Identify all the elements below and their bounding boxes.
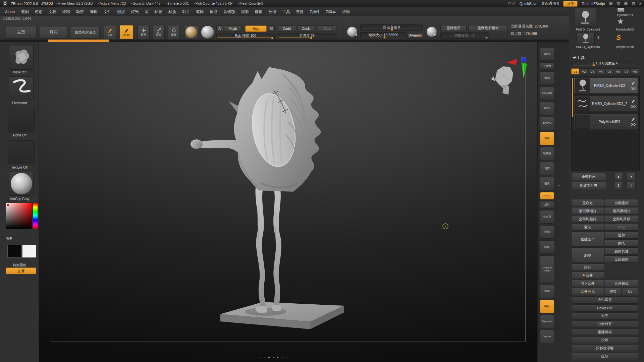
- slider-knob[interactable]: [310, 37, 312, 39]
- ui-transparency-slider[interactable]: 界面透明 0: [541, 1, 559, 6]
- subpalette-section[interactable]: 重建网格: [571, 328, 638, 336]
- slider-knob[interactable]: [271, 37, 273, 39]
- new-folder-button[interactable]: 新建文件夹: [571, 182, 606, 189]
- layout-a-icon[interactable]: ▤: [609, 1, 612, 6]
- menu-item[interactable]: 色彩: [32, 7, 45, 16]
- current-tool-thumbnail[interactable]: [575, 8, 596, 27]
- view-tab[interactable]: V4: [597, 68, 605, 74]
- draw-mode-button[interactable]: 绘 制: [120, 25, 133, 39]
- shelf-tool-tile[interactable]: 视角: [540, 177, 554, 190]
- folder-down-icon[interactable]: ↧: [627, 182, 636, 189]
- menu-item[interactable]: 材质: [165, 7, 179, 16]
- view-tab[interactable]: V2: [580, 68, 588, 74]
- copy-button[interactable]: 复制: [571, 223, 604, 231]
- subtool-up-button[interactable]: ▲: [614, 173, 623, 180]
- shelf-tool-tile[interactable]: BPR: [540, 47, 554, 61]
- redo-last-button[interactable]: 重做最后: [440, 25, 467, 31]
- duplicate-button[interactable]: 创建副本: [571, 231, 604, 247]
- sculpt-viewport[interactable]: [39, 42, 537, 362]
- panel-collapse-icon[interactable]: ◂: [558, 184, 559, 186]
- shelf-tool-tile[interactable]: 中心点: [540, 210, 554, 224]
- menu-item[interactable]: 拾取: [207, 7, 220, 16]
- switch-colors-label[interactable]: 切换颜色: [0, 263, 39, 267]
- canvas-scroll-widget[interactable]: ▬ ▬ ◀ ▲ ▶ ▬ ▬: [259, 356, 288, 359]
- visibility-eye-icon[interactable]: [631, 87, 636, 90]
- document-canvas[interactable]: ▬ ▬ ◀ ▲ ▶ ▬ ▬: [39, 42, 537, 362]
- menu-item[interactable]: 渲染: [238, 7, 252, 16]
- scale-mode-button[interactable]: 缩放: [153, 25, 165, 39]
- merge-section-button[interactable]: 合并: [571, 272, 604, 279]
- view-tab[interactable]: V5: [605, 68, 613, 74]
- menu-item[interactable]: Z插件: [307, 7, 323, 16]
- secondary-color-swatch[interactable]: [22, 245, 36, 258]
- subpalette-section[interactable]: Bevel Pro: [571, 304, 638, 312]
- texture-picker[interactable]: [8, 140, 35, 164]
- all-to-start-button[interactable]: 全部到起始: [571, 215, 604, 223]
- subtool-section-title[interactable]: 子工具: [573, 55, 585, 61]
- gizmo-y-arrow[interactable]: [521, 63, 527, 78]
- subtool-down-button[interactable]: ▼: [627, 173, 636, 180]
- subpalette-section[interactable]: 对齐: [571, 312, 638, 320]
- menu-item[interactable]: 图层: [114, 7, 128, 16]
- shelf-tool-tile[interactable]: Dynamic: [540, 315, 554, 328]
- menu-item[interactable]: 笔刷: [18, 7, 32, 16]
- menu-item[interactable]: 帮助: [339, 7, 353, 16]
- alpha-picker[interactable]: [8, 108, 35, 132]
- folder-up-icon[interactable]: ↥: [614, 182, 623, 189]
- menu-item[interactable]: 动态: [73, 7, 87, 16]
- menu-item[interactable]: 灯光: [128, 7, 142, 16]
- shelf-tool-tile[interactable]: Line Fill PolyF: [540, 255, 554, 283]
- rotate-mode-button[interactable]: 旋转: [168, 25, 180, 39]
- all-to-target-button[interactable]: 全部到目标: [605, 215, 638, 223]
- highest-subdiv-button[interactable]: 最高级细分: [605, 207, 638, 215]
- preview-boolean-button[interactable]: 预览布尔渲染: [71, 26, 100, 39]
- merge-visible-button[interactable]: 合并可见: [571, 288, 604, 295]
- mode-mrgb-button[interactable]: Mrgb: [224, 25, 241, 32]
- draw-size-slider[interactable]: 绘制大小 10.53596: [360, 32, 407, 38]
- move-mode-button[interactable]: 移动: [138, 25, 150, 39]
- shelf-tool-tile[interactable]: 移动: [540, 225, 554, 239]
- material-preview-button[interactable]: [184, 25, 198, 39]
- shelf-tool-tile[interactable]: 幽灵: [540, 300, 554, 313]
- shelf-tool-tile[interactable]: AC50%: [540, 117, 554, 130]
- hue-bar[interactable]: [33, 203, 38, 229]
- view-tab[interactable]: V1: [571, 68, 579, 74]
- menu-button[interactable]: 菜单: [563, 1, 578, 7]
- menu-item[interactable]: 文件: [100, 7, 114, 16]
- menu-item[interactable]: 文档: [45, 7, 59, 16]
- delete-all-button[interactable]: 全部删除: [605, 255, 638, 263]
- rename-button[interactable]: 重命名: [571, 199, 604, 206]
- subpalette-section[interactable]: 分散对齐: [571, 320, 638, 328]
- slider-knob[interactable]: [485, 37, 488, 39]
- lightbox-button[interactable]: 灯箱: [40, 26, 67, 39]
- slider-knob[interactable]: [383, 36, 386, 39]
- shelf-tool-tile[interactable]: 滚动: [540, 71, 554, 85]
- polypaint-icon[interactable]: [631, 100, 634, 103]
- shelf-tool-tile[interactable]: 缩放: [540, 240, 554, 254]
- slider-knob[interactable]: [391, 28, 393, 31]
- delete-button[interactable]: 删除: [571, 247, 604, 263]
- subpalette-section[interactable]: 投影浅浮雕: [571, 345, 638, 352]
- split-button[interactable]: 拆分: [571, 263, 604, 271]
- rgb-intensity-slider[interactable]: Rgb 强度 100: [216, 33, 275, 39]
- dynamic-label[interactable]: Dynamic: [409, 34, 423, 37]
- recent-tool-thumbnail[interactable]: [577, 33, 595, 44]
- menu-item[interactable]: 首选项: [220, 7, 238, 16]
- lowest-subdiv-button[interactable]: 最低级细分: [571, 207, 604, 215]
- insert-button[interactable]: 插入: [605, 239, 638, 247]
- list-all-button[interactable]: 全部列出: [571, 173, 606, 180]
- layout-grid-icon[interactable]: ▦: [624, 1, 628, 6]
- zcut-button[interactable]: Zcut: [318, 25, 336, 32]
- material-picker[interactable]: [9, 172, 34, 196]
- merge-down-button[interactable]: 向下合并: [571, 280, 604, 287]
- polypaint-icon[interactable]: [631, 118, 634, 121]
- adjust-last-slider[interactable]: 调整最后一个: [440, 33, 489, 39]
- z-intensity-slider[interactable]: Z 强度 25: [278, 33, 336, 39]
- view-tab[interactable]: V8: [631, 68, 639, 74]
- brush-picker[interactable]: [9, 46, 34, 70]
- gizmo-x-arrow[interactable]: [506, 59, 517, 65]
- subtool-item[interactable]: PM3D_Cylinder3D2_7: [574, 96, 638, 112]
- layout-d-icon[interactable]: ▧: [632, 1, 635, 6]
- focal-shift-slider[interactable]: 焦点衰减 0: [360, 24, 423, 31]
- subtool-item[interactable]: PolyMesh3D1: [574, 114, 638, 130]
